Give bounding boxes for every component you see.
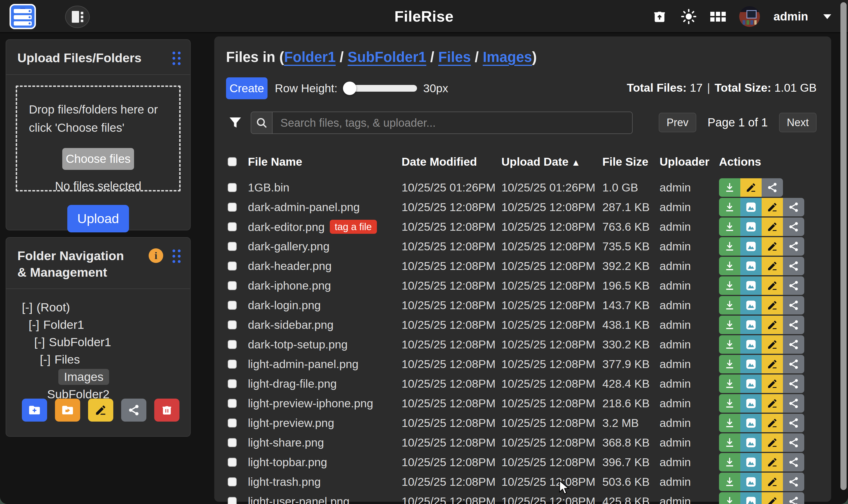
- scrollbar-thumb[interactable]: [841, 2, 847, 490]
- share-button[interactable]: [783, 473, 804, 491]
- info-icon[interactable]: i: [148, 248, 163, 263]
- download-button[interactable]: [719, 394, 740, 413]
- collapse-toggle[interactable]: [-]: [40, 353, 51, 366]
- apps-grid-icon[interactable]: [710, 9, 726, 24]
- file-name[interactable]: light-preview-iphone.png: [248, 397, 402, 410]
- row-checkbox[interactable]: [228, 183, 237, 192]
- preview-button[interactable]: [740, 355, 762, 373]
- file-name[interactable]: dark-login.png: [248, 299, 402, 312]
- share-button[interactable]: [783, 335, 804, 354]
- row-checkbox[interactable]: [228, 360, 237, 368]
- edit-button[interactable]: [762, 473, 783, 491]
- filerise-logo[interactable]: [10, 4, 36, 29]
- preview-button[interactable]: [740, 296, 762, 314]
- row-checkbox[interactable]: [228, 242, 237, 251]
- share-button[interactable]: [783, 237, 804, 256]
- preview-button[interactable]: [740, 414, 762, 432]
- file-name[interactable]: dark-totp-setup.png: [248, 338, 402, 351]
- preview-button[interactable]: [740, 375, 762, 393]
- file-name[interactable]: dark-header.png: [248, 259, 402, 273]
- collapse-toggle[interactable]: [-]: [29, 318, 39, 331]
- edit-button[interactable]: [762, 217, 783, 236]
- edit-button[interactable]: [762, 433, 783, 452]
- row-checkbox[interactable]: [228, 399, 237, 408]
- preview-button[interactable]: [740, 335, 762, 354]
- share-button[interactable]: [783, 394, 804, 413]
- download-button[interactable]: [719, 178, 740, 197]
- share-folder-button[interactable]: [121, 399, 146, 421]
- delete-folder-button[interactable]: [154, 399, 179, 421]
- theme-sun-icon[interactable]: [681, 9, 696, 24]
- share-button[interactable]: [783, 257, 804, 275]
- preview-button[interactable]: [740, 316, 762, 334]
- scrollbar-track[interactable]: [838, 0, 848, 504]
- file-name[interactable]: light-topbar.png: [248, 456, 402, 469]
- drag-handle-icon[interactable]: [173, 52, 181, 65]
- row-checkbox[interactable]: [228, 478, 237, 486]
- breadcrumb-link-folder1[interactable]: Folder1: [284, 49, 336, 65]
- edit-button[interactable]: [762, 414, 783, 432]
- download-button[interactable]: [719, 257, 740, 275]
- row-checkbox[interactable]: [228, 281, 237, 290]
- share-button[interactable]: [783, 453, 804, 471]
- file-name[interactable]: dark-iphone.png: [248, 279, 402, 292]
- share-button[interactable]: [783, 198, 804, 216]
- trash-restore-icon[interactable]: [652, 9, 667, 24]
- file-name[interactable]: light-preview.png: [248, 416, 402, 430]
- share-button[interactable]: [783, 217, 804, 236]
- file-name[interactable]: 1GB.bin: [248, 181, 402, 194]
- move-folder-button[interactable]: [55, 399, 80, 421]
- share-button[interactable]: [783, 316, 804, 334]
- edit-button[interactable]: [762, 375, 783, 393]
- download-button[interactable]: [719, 492, 740, 504]
- column-header-date-modified[interactable]: Date Modified: [402, 155, 501, 168]
- user-avatar[interactable]: [739, 6, 760, 27]
- share-button[interactable]: [762, 178, 783, 197]
- file-name[interactable]: light-drag-file.png: [248, 377, 402, 391]
- row-checkbox[interactable]: [228, 203, 237, 212]
- upload-button[interactable]: Upload: [67, 205, 129, 232]
- drag-handle-icon[interactable]: [173, 250, 181, 263]
- panel-toggle-button[interactable]: [65, 6, 90, 28]
- folder-tree-item-root[interactable]: [-](Root): [6, 299, 182, 316]
- collapse-toggle[interactable]: [-]: [22, 301, 33, 314]
- download-button[interactable]: [719, 473, 740, 491]
- edit-button[interactable]: [762, 355, 783, 373]
- edit-button[interactable]: [762, 296, 783, 314]
- download-button[interactable]: [719, 375, 740, 393]
- download-button[interactable]: [719, 414, 740, 432]
- preview-button[interactable]: [740, 198, 762, 216]
- file-tag-badge[interactable]: tag a file: [330, 220, 377, 234]
- search-input[interactable]: [272, 111, 633, 134]
- edit-button[interactable]: [762, 394, 783, 413]
- file-drop-zone[interactable]: Drop files/folders here or click 'Choose…: [16, 86, 181, 192]
- user-name[interactable]: admin: [773, 10, 808, 23]
- share-button[interactable]: [783, 433, 804, 452]
- edit-button[interactable]: [762, 316, 783, 334]
- preview-button[interactable]: [740, 237, 762, 256]
- breadcrumb-link-files[interactable]: Files: [438, 49, 471, 65]
- edit-button[interactable]: [762, 198, 783, 216]
- column-header-upload-date[interactable]: Upload Date▲: [501, 155, 602, 168]
- preview-button[interactable]: [740, 276, 762, 295]
- preview-button[interactable]: [740, 453, 762, 471]
- folder-label[interactable]: (Root): [36, 301, 70, 314]
- folder-label[interactable]: Folder1: [43, 318, 84, 331]
- download-button[interactable]: [719, 217, 740, 236]
- preview-button[interactable]: [740, 217, 762, 236]
- file-name[interactable]: light-admin-panel.png: [248, 358, 402, 371]
- collapse-toggle[interactable]: [-]: [34, 335, 45, 349]
- share-button[interactable]: [783, 414, 804, 432]
- share-button[interactable]: [783, 375, 804, 393]
- file-name[interactable]: dark-admin-panel.png: [248, 201, 402, 214]
- rename-folder-button[interactable]: [88, 399, 113, 421]
- edit-button[interactable]: [762, 335, 783, 354]
- row-checkbox[interactable]: [228, 262, 237, 270]
- download-button[interactable]: [719, 237, 740, 256]
- filter-icon[interactable]: [228, 115, 243, 131]
- breadcrumb-link-images[interactable]: Images: [483, 49, 532, 65]
- folder-label[interactable]: Files: [54, 353, 80, 366]
- slider-knob[interactable]: [343, 82, 356, 95]
- row-checkbox[interactable]: [228, 222, 237, 231]
- download-button[interactable]: [719, 198, 740, 216]
